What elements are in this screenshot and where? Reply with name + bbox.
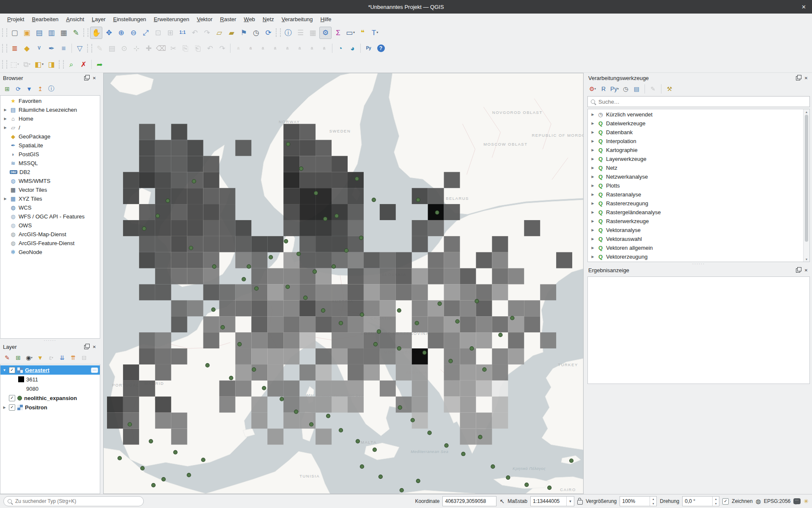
browser-item-arcgis-map-dienst[interactable]: ◍ArcGIS-Map-Dienst — [0, 230, 100, 239]
chevron-right-icon[interactable]: ▶ — [590, 175, 595, 179]
chevron-right-icon[interactable]: ▶ — [590, 166, 595, 170]
menu-item-einstellungen[interactable]: Einstellungen — [110, 15, 150, 24]
add-group-icon[interactable]: ⊞ — [14, 353, 23, 362]
messages-icon[interactable] — [793, 498, 801, 504]
add-selected-layers-icon[interactable]: ⊞ — [3, 84, 12, 94]
toolbar-handle[interactable] — [2, 28, 7, 37]
chevron-right-icon[interactable]: ▶ — [590, 202, 595, 205]
style-manager-icon[interactable]: ✎ — [70, 27, 82, 39]
menu-item-verarbeitung[interactable]: Verarbeitung — [278, 15, 317, 24]
chevron-right-icon[interactable]: ▶ — [3, 108, 8, 112]
chevron-icon[interactable]: ▶ — [2, 406, 7, 409]
crs-value[interactable]: EPSG:2056 — [764, 498, 790, 504]
manage-map-themes-icon[interactable]: ◉▾ — [25, 353, 34, 362]
open-layer-styling-icon[interactable]: ✎ — [3, 353, 12, 362]
dock-splitter-left[interactable] — [100, 73, 103, 494]
toolbox-group-layerwerkzeuge[interactable]: ▶QLayerwerkzeuge — [588, 155, 809, 163]
filter-browser-icon[interactable]: ▼ — [25, 84, 34, 94]
menu-item-vektor[interactable]: Vektor — [193, 15, 216, 24]
browser-item-r-umliche-lesezeichen[interactable]: ▶▤Räumliche Lesezeichen — [0, 105, 100, 114]
scroll-down-icon[interactable]: ▼ — [805, 257, 808, 262]
chevron-right-icon[interactable]: ▶ — [590, 237, 595, 241]
processing-toolbox-icon[interactable]: ⚙ — [319, 27, 332, 39]
bookmarks-icon[interactable]: ⚑ — [238, 27, 250, 39]
save-project-icon[interactable]: ▤ — [33, 27, 45, 39]
help-icon[interactable]: ? — [375, 43, 387, 54]
chevron-right-icon[interactable]: ▶ — [590, 219, 595, 223]
chevron-down-icon[interactable]: ▼ — [566, 497, 574, 506]
menu-item-erweiterungen[interactable]: Erweiterungen — [150, 15, 193, 24]
toolbox-scrollbar[interactable]: ▲ ▼ — [803, 109, 809, 262]
scroll-up-icon[interactable]: ▲ — [805, 109, 808, 114]
browser-item-wfs-ogc-api-features[interactable]: ◍WFS / OGC API - Features — [0, 212, 100, 221]
window-close-icon[interactable]: ✕ — [801, 0, 806, 14]
layer-item-neolithic_expansion[interactable]: ✓neolithic_expansion — [0, 393, 100, 403]
new-temporary-scratch-layer-icon[interactable]: ✒ — [46, 43, 57, 54]
chevron-right-icon[interactable]: ▶ — [590, 113, 595, 116]
new-spatialite-layer-icon[interactable]: ▽ — [74, 43, 85, 54]
toolbox-group-netz[interactable]: ▶QNetz — [588, 163, 809, 172]
layer-item-Positron[interactable]: ▶✓Positron — [0, 403, 100, 412]
spin-arrows[interactable]: ▲▼ — [712, 497, 719, 506]
toolbox-group-rastererzeugung[interactable]: ▶QRastererzeugung — [588, 199, 809, 208]
open-project-icon[interactable]: ▣ — [21, 27, 33, 39]
toolbox-close-icon[interactable]: ✕ — [803, 75, 809, 81]
zoom-full-icon[interactable]: ⤢ — [140, 27, 151, 39]
menu-item-bearbeiten[interactable]: Bearbeiten — [28, 15, 62, 24]
chevron-right-icon[interactable]: ▶ — [3, 126, 8, 130]
toolbox-group-k-rzlich-verwendet[interactable]: ▶◷Kürzlich verwendet — [588, 110, 809, 119]
diagram-toolbar-icon[interactable]: ◕ — [347, 43, 358, 54]
save-project-as-icon[interactable]: ▥ — [46, 27, 57, 39]
menu-item-ansicht[interactable]: Ansicht — [62, 15, 88, 24]
toolbox-group-datenbank[interactable]: ▶QDatenbank — [588, 128, 809, 137]
r-scripts-icon[interactable]: R — [599, 84, 608, 94]
new-geopackage-layer-icon[interactable]: ◆ — [21, 43, 33, 54]
menu-item-web[interactable]: Web — [240, 15, 259, 24]
toolbox-group-vektoren-allgemein[interactable]: ▶QVektoren allgemein — [588, 243, 809, 252]
browser-item-home[interactable]: ▶⌂Home — [0, 114, 100, 123]
history-icon[interactable]: ◷ — [621, 84, 630, 94]
scrollbar-thumb[interactable] — [805, 115, 808, 242]
layer-checkbox[interactable]: ✓ — [9, 395, 15, 401]
share-icon[interactable]: ➦ — [94, 59, 105, 70]
toolbox-group-vektoranalyse[interactable]: ▶QVektoranalyse — [588, 226, 809, 235]
models-icon[interactable]: ⚙▾ — [588, 84, 597, 94]
layer-checkbox[interactable]: ✓ — [9, 367, 15, 373]
filter-legend-icon[interactable]: ▼ — [36, 353, 45, 362]
map-canvas[interactable]: NORWAYSWEDENNOVGOROD OBLASTMOSCOW OBLAST… — [103, 73, 584, 494]
chevron-right-icon[interactable]: ▶ — [590, 246, 595, 250]
expand-all-icon[interactable]: ⇊ — [58, 353, 67, 362]
chevron-right-icon[interactable]: ▶ — [590, 130, 595, 134]
toolbox-group-interpolation[interactable]: ▶QInterpolation — [588, 137, 809, 146]
layer-item-Gerastert[interactable]: ▼✓Gerastert⋯ — [0, 365, 100, 375]
chevron-right-icon[interactable]: ▶ — [590, 184, 595, 188]
layers-close-icon[interactable]: ✕ — [91, 344, 97, 350]
new-3d-map-view-icon[interactable]: ▰ — [226, 27, 237, 39]
browser-item-postgis[interactable]: ◗PostGIS — [0, 150, 100, 159]
menu-item-netz[interactable]: Netz — [259, 15, 278, 24]
zoom-in-icon[interactable]: ⊕ — [115, 27, 127, 39]
zoom-out-icon[interactable]: ⊖ — [128, 27, 139, 39]
browser-item-mssql[interactable]: ≋MSSQL — [0, 159, 100, 168]
add-layer-notes-icon[interactable]: ◨ — [46, 59, 57, 70]
chevron-right-icon[interactable]: ▶ — [590, 139, 595, 143]
layer-errors-icon[interactable]: ✗ — [78, 59, 89, 70]
collapse-all-icon[interactable]: ↥ — [36, 84, 45, 94]
chevron-right-icon[interactable]: ▶ — [590, 210, 595, 214]
panel-splitter[interactable]: ······ — [585, 262, 812, 265]
toolbox-group-rasterwerkzeuge[interactable]: ▶QRasterwerkzeuge — [588, 217, 809, 226]
zoom-native-icon[interactable]: 1:1 — [177, 27, 188, 39]
browser-item-vector-tiles[interactable]: ▦Vector Tiles — [0, 185, 100, 194]
layer-checkbox[interactable]: ✓ — [9, 404, 15, 411]
browser-item-ows[interactable]: ◍OWS — [0, 221, 100, 230]
label-toolbar-icon[interactable]: ◔ — [335, 43, 346, 54]
data-source-manager-icon[interactable]: ≣ — [9, 43, 20, 54]
browser-item-wms-wmts[interactable]: ◍WMS/WMTS — [0, 177, 100, 185]
chevron-right-icon[interactable]: ▶ — [590, 193, 595, 196]
statistical-summary-icon[interactable]: Σ — [332, 27, 344, 39]
lock-icon[interactable] — [577, 500, 583, 505]
temporal-controller-icon[interactable]: ◷ — [250, 27, 262, 39]
pan-to-selection-icon[interactable]: ✥ — [103, 27, 115, 39]
layers-float-icon[interactable] — [83, 344, 89, 350]
toolbar-handle[interactable] — [276, 28, 281, 37]
